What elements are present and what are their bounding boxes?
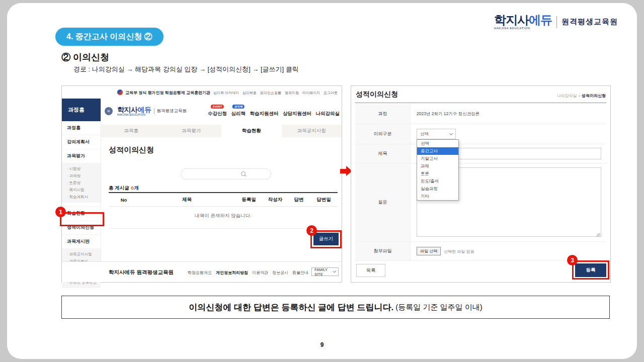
sidebar-subitem-assignment-room[interactable]: 과제방 [67,173,99,178]
footer-link-disclosure[interactable]: 정보공시 [272,270,288,276]
lms-logo-division: 원격평생교육원 [157,108,187,114]
resize-handle[interactable] [597,233,600,237]
toplink-logout[interactable]: 로그아웃 [324,90,338,96]
dropdown-option-discussion[interactable]: 토론 [417,170,458,177]
section-heading: ② 이의신청 [61,51,109,63]
slide-canvas: 학지사에듀 HAKJISA EDUCATION 원격평생교육원 4. 중간고사 … [0,0,644,362]
sidebar-subitem-quiz[interactable]: 쪽지시험 [67,188,99,193]
utility-links: 심리학 아카데미 심리채용 온라인쇼핑몰 원격지원 마이페이지 로그아웃 [213,90,338,96]
footer-links: 학점은행개요 개인정보처리방침 이용약관 정보공시 환불안내 [188,270,308,276]
logo-divider [556,16,557,28]
form-row-course: 과정 2023년 2학기 12기수 정신건강론 [355,104,606,124]
lms-logo[interactable]: 학지사에듀 HAKJISA EDUCATION 원격평생교육원 [117,106,187,116]
dropdown-option-attendance[interactable]: 진도/출석 [417,177,458,185]
footer-brand: 학지사에듀 원격평생교육원 [109,269,174,276]
form-row-subject: 제목 [355,144,606,163]
sidebar-item-evaluation[interactable]: 과목평가 [62,149,101,163]
dropdown-option-practicum[interactable]: 실습과정 [417,185,458,193]
logo-subtext: HAKJISA EDUCATION [494,27,530,30]
logo-text-dark: 학지사 [494,13,529,27]
lms-footer: 학지사에듀 원격평생교육원 학점은행개요 개인정보처리방침 이용약관 정보공시 … [62,261,342,282]
board-search [181,168,271,179]
lms-header: « 학지사에듀 HAKJISA EDUCATION 원격평생교육원 EVENT수… [101,99,342,125]
footer-link-refund[interactable]: 환불안내 [292,270,308,276]
list-button[interactable]: 목록 [356,264,385,277]
dropdown-option-assignment[interactable]: 과제 [417,162,458,170]
footer-link-privacy[interactable]: 개인정보처리방침 [216,270,248,276]
form-row-question: 질문 [355,163,606,242]
toplink-shop[interactable]: 온라인쇼핑몰 [260,90,281,96]
form-screenshot: 성적이의신청 나의강의실 > 성적이의신청 과정 2023년 2학기 12기수 … [351,85,611,283]
course-sidebar: 과정홈 과정홈 강의계획서 과목평가 시험방 과제방 토론방 쪽지시험 학습계획… [62,99,101,282]
course-value: 2023년 2학기 12기수 정신건강론 [417,111,479,117]
file-status-text: 선택된 파일 없음 [444,249,474,254]
post-count: 0 [131,185,133,191]
tab-progress[interactable]: 학습현황 [221,125,282,137]
moe-emblem-icon [117,89,123,95]
certification-text: 교육부 정식 평가인정 학점은행제 교육훈련기관 [125,90,210,96]
logo-division-text: 원격평생교육원 [561,17,618,27]
event-badge: EVENT [211,105,224,109]
board-search-input[interactable] [186,170,244,179]
step-1-marker: 1 [55,207,66,217]
sidebar-subitem-notice[interactable]: 과목공지사항 [67,252,99,257]
tab-course-home[interactable]: 과목홈 [101,125,162,137]
lms-logo-divider [154,108,154,114]
file-select-button[interactable]: 파일 선택 [417,247,441,255]
step-3-marker: 3 [567,255,578,265]
sidebar-item-course-home[interactable]: 과정홈 [62,121,101,135]
post-total: 총 게시글 0개 [109,185,139,192]
section-badge: 4. 중간고사 이의신청 ② [55,28,164,46]
dropdown-option-select[interactable]: 선택 [417,140,458,147]
tab-course-evaluation[interactable]: 과목평가 [162,125,222,137]
dropdown-option-final[interactable]: 기말고사 [417,155,458,162]
toplink-psych-academy[interactable]: 심리학 아카데미 [213,90,239,96]
dropdown-option-midterm[interactable]: 중간고사 [417,147,458,155]
nav-counsel-support[interactable]: 상담지원센터 [283,106,311,117]
hakjisa-logotype: 학지사에듀 HAKJISA EDUCATION [494,14,552,30]
step-2-marker: 2 [306,225,317,236]
nav-psych-books[interactable]: 전자책심리책 [231,106,246,117]
chevron-down-icon [449,132,453,135]
family-site-select[interactable]: FAMILY SITE [311,267,339,276]
footer-link-terms[interactable]: 이용약관 [252,270,268,276]
title-divider [355,103,606,103]
category-select[interactable]: 선택 [417,129,456,139]
nav-learning-support[interactable]: 학습지원센터 [250,106,279,117]
category-dropdown: 선택 중간고사 기말고사 과제 토론 진도/출석 실습과정 기타 [417,139,459,201]
sidebar-subitem-exam-room[interactable]: 시험방 [67,166,99,171]
form-row-category: 이의구분 선택 [355,124,606,144]
collapse-sidebar-button[interactable]: « [105,107,113,115]
dropdown-option-etc[interactable]: 기타 [417,193,458,200]
search-icon[interactable] [241,171,247,177]
main-nav: EVENT수강신청 전자책심리책 학습지원센터 상담지원센터 나의강의실 [208,99,340,125]
sidebar-subitem-discussion-room[interactable]: 토론방 [67,180,99,186]
note-box: 이의신청에 대한 답변은 등록하신 글에 답변 드립니다.(등록일 기준 일주일… [61,296,610,319]
nav-my-classroom[interactable]: 나의강의실 [316,106,340,117]
sidebar-item-course-board[interactable]: 과목게시판 [62,235,101,249]
sidebar-course-home-header[interactable]: 과정홈 [62,99,101,121]
board-empty-message: 내역이 존재하지 않습니다. [109,213,338,219]
form-title: 성적이의신청 [356,90,398,99]
toplink-psych-jobs[interactable]: 심리채용 [243,90,257,96]
sidebar-evaluation-submenu: 시험방 과제방 토론방 쪽지시험 학습계획서 [62,163,101,203]
lms-logo-text-blue: 에듀 [138,106,151,114]
path-description: 경로 : 나의강의실 → 해당과목 강의실 입장 → [성적이의신청] → [글… [73,65,299,74]
utility-topbar: 교육부 정식 평가인정 학점은행제 교육훈련기관 심리학 아카데미 심리채용 온… [62,86,342,99]
sidebar-item-syllabus[interactable]: 강의계획서 [62,135,101,149]
nav-enrollment[interactable]: EVENT수강신청 [208,106,227,117]
lms-screenshot: 교육부 정식 평가인정 학점은행제 교육훈련기관 심리학 아카데미 심리채용 온… [61,85,342,283]
page-number: 9 [0,341,644,348]
course-tabs: 과목홈 과목평가 학습현황 과목공지사항 [101,125,342,137]
board-divider [109,228,338,229]
board-title: 성적이의신청 [109,145,154,155]
footer-link-credit-bank[interactable]: 학점은행개요 [188,270,212,276]
toplink-remote-support[interactable]: 원격지원 [285,90,299,96]
board-table-header: No 제목 등록일 작성자 답변 답변일 [109,192,338,207]
logo-text-blue: 에듀 [529,13,552,27]
highlight-box-objection [60,212,104,226]
toplink-mypage[interactable]: 마이페이지 [302,90,320,96]
breadcrumb: 나의강의실 > 성적이의신청 [557,93,606,99]
sidebar-subitem-study-plan[interactable]: 학습계획서 [67,195,99,200]
tab-course-notice[interactable]: 과목공지사항 [282,125,342,137]
